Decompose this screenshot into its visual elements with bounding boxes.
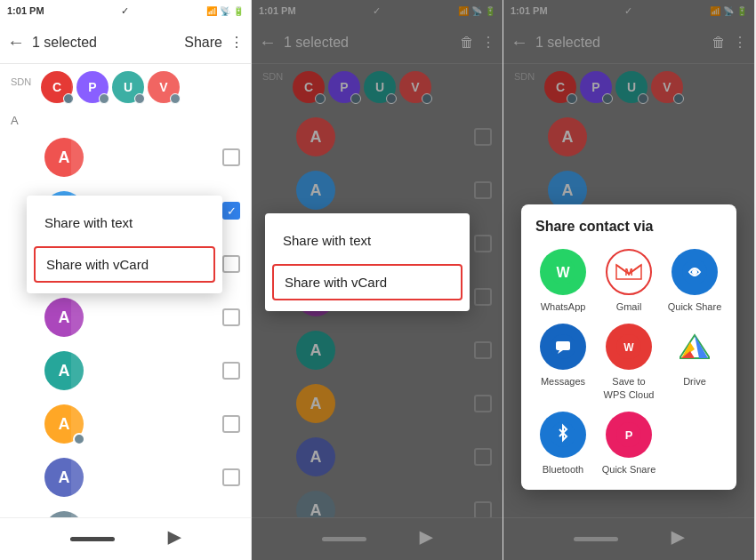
sdn-label-1: SDN [11,71,36,87]
back-button-1[interactable]: ← [7,32,25,52]
quick-snare-icon: P [616,422,641,447]
quick-snare-label: Quick Snare [602,463,656,476]
svg-rect-7 [556,341,570,350]
quick-snare-icon-circle: P [606,412,652,458]
messages-icon [551,334,575,359]
section-a-label: A [11,114,36,127]
svg-text:P: P [625,428,633,442]
share-wps-cloud[interactable]: W Save to WPS Cloud [601,324,656,401]
share-bluetooth[interactable]: Bluetooth [535,412,591,476]
quick-share-icon [682,260,707,284]
svg-text:W: W [556,265,570,280]
time-1: 1:01 PM [7,5,44,16]
sdn-avatar-c: C [41,71,73,103]
wps-icon: W [616,334,641,359]
share-contact-panel: Share contact via W WhatsApp [521,204,736,490]
messages-label: Messages [541,375,585,388]
svg-text:W: W [623,341,634,354]
share-messages[interactable]: Messages [535,324,591,401]
share-with-vcard-2[interactable]: Share with vCard [272,264,462,300]
share-menu-1: Share with text Share with vCard [27,196,222,293]
status-bar-1: 1:01 PM ✓ 📶 📡 🔋 [0,0,251,21]
whatsapp-icon-circle: W [540,249,586,295]
messages-icon-circle [540,324,586,370]
wps-label: Save to WPS Cloud [601,375,656,401]
share-popup-2: Share with text Share with vCard [265,213,470,311]
share-gmail[interactable]: M Gmail [601,249,656,313]
panel-1: 1:01 PM ✓ 📶 📡 🔋 ← 1 selected Share ⋮ SDN… [0,0,252,560]
svg-point-5 [692,269,697,275]
signal-icon: 📡 [220,6,230,16]
bluetooth-icon [551,422,575,447]
selected-count-1: 1 selected [32,35,177,51]
toolbar-1: ← 1 selected Share ⋮ [0,21,251,64]
status-icons-1: 📶 📡 🔋 [206,6,244,16]
drive-label: Drive [683,375,706,388]
share-whatsapp[interactable]: W WhatsApp [535,249,591,313]
drive-icon [680,333,710,360]
panel-3: 1:01 PM ✓ 📶 📡 🔋 ← 1 selected 🗑 ⋮ SDN C P… [503,0,755,560]
gmail-label: Gmail [616,300,642,313]
drive-icon-circle [672,324,718,370]
share-contact-title: Share contact via [535,219,722,235]
share-label-1[interactable]: Share [184,35,222,51]
share-quick-snare[interactable]: P Quick Snare [601,412,656,476]
share-contact-grid: W WhatsApp M Gmail [535,249,722,476]
bluetooth-icon-circle [540,412,586,458]
wifi-icon: 📶 [206,6,217,16]
quick-share-label: Quick Share [668,300,722,313]
whatsapp-icon: W [551,260,575,284]
share-with-text-2[interactable]: Share with text [265,220,470,260]
panel-2: 1:01 PM ✓ 📶 📡 🔋 ← 1 selected 🗑 ⋮ SDN C P… [252,0,503,560]
gmail-icon: M [615,261,643,283]
share-with-text-1[interactable]: Share with text [27,203,222,243]
svg-text:M: M [624,267,632,277]
quick-share-icon-circle [672,249,718,295]
gmail-icon-circle: M [606,249,652,295]
toolbar-more-1[interactable]: ⋮ [229,34,244,51]
share-drive[interactable]: Drive [667,324,722,401]
share-with-vcard-1[interactable]: Share with vCard [34,246,215,283]
tick-1: ✓ [121,5,129,17]
wps-icon-circle: W [606,324,652,370]
battery-icon: 🔋 [233,6,244,16]
share-quick-share[interactable]: Quick Share [667,249,722,313]
whatsapp-label: WhatsApp [541,300,586,313]
bluetooth-label: Bluetooth [543,463,583,476]
panel1-dim [71,64,251,560]
